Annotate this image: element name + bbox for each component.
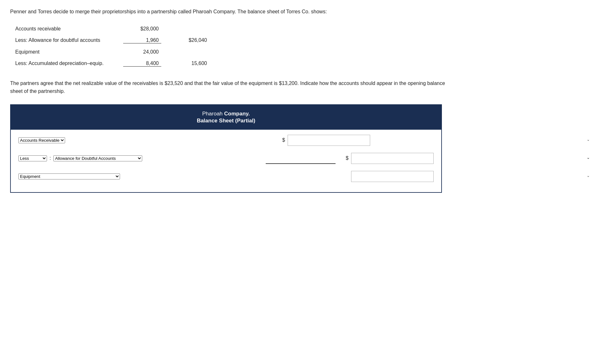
sheet-body: Accounts Receivable ⌄ $ Less ⌄ : Allowan…	[11, 130, 441, 192]
less-colon: :	[50, 155, 51, 161]
row-col2: $26,040	[169, 37, 207, 43]
row-col1: 24,000	[123, 49, 161, 55]
allowance-select[interactable]: Allowance for Doubtful Accounts	[53, 155, 142, 161]
company-name-line: Pharoah Company.	[16, 111, 436, 117]
partners-paragraph: The partners agree that the net realizab…	[10, 79, 455, 95]
row-label: Accounts receivable	[15, 26, 123, 32]
table-row: Equipment 24,000	[15, 49, 583, 55]
balance-table: Accounts receivable $28,000 Less: Allowa…	[15, 26, 583, 67]
table-row: Less: Allowance for doubtful accounts 1,…	[15, 37, 583, 43]
equipment-row: Equipment ⌄	[18, 171, 434, 182]
accounts-receivable-select-wrapper[interactable]: Accounts Receivable ⌄	[18, 137, 65, 143]
allowance-row: Less ⌄ : Allowance for Doubtful Accounts…	[18, 153, 434, 164]
balance-sheet-container: Pharoah Company. Balance Sheet (Partial)…	[10, 104, 442, 193]
equipment-chevron-icon: ⌄	[587, 173, 590, 178]
row-col1: $28,000	[123, 26, 161, 32]
intro-paragraph: Penner and Torres decide to merge their …	[10, 8, 455, 16]
company-name-normal: Pharoah	[202, 111, 223, 117]
equipment-select[interactable]: Equipment	[18, 173, 120, 179]
less-chevron-icon: ⌄	[587, 155, 590, 160]
table-row: Less: Accumulated depreciation–equip. 8,…	[15, 61, 583, 67]
accounts-receivable-select[interactable]: Accounts Receivable	[18, 137, 65, 143]
equipment-amount-input[interactable]	[351, 171, 434, 182]
sheet-header: Pharoah Company. Balance Sheet (Partial)	[11, 105, 441, 130]
accounts-receivable-chevron-icon: ⌄	[587, 137, 590, 142]
equipment-select-wrapper[interactable]: Equipment ⌄	[18, 173, 120, 179]
allowance-amount-input[interactable]	[266, 153, 336, 164]
company-name-bold: Company.	[224, 111, 250, 117]
dollar-sign-2: $	[346, 155, 349, 161]
net-receivable-input[interactable]	[351, 153, 434, 164]
table-row: Accounts receivable $28,000	[15, 26, 583, 32]
allowance-chevron-icon: ⌄	[587, 155, 590, 160]
allowance-select-wrapper[interactable]: Allowance for Doubtful Accounts ⌄	[53, 155, 142, 161]
sheet-title: Balance Sheet (Partial)	[16, 118, 436, 124]
row-label: Less: Allowance for doubtful accounts	[15, 37, 123, 43]
row-col2: 15,600	[169, 61, 207, 66]
row-col1: 8,400	[123, 61, 161, 67]
accounts-receivable-row: Accounts Receivable ⌄ $	[18, 135, 434, 146]
dollar-sign-1: $	[282, 137, 285, 143]
row-label: Less: Accumulated depreciation–equip.	[15, 61, 123, 66]
row-col1: 1,960	[123, 37, 161, 43]
accounts-receivable-amount-input[interactable]	[288, 135, 370, 146]
row-label: Equipment	[15, 49, 123, 55]
less-select-wrapper[interactable]: Less ⌄	[18, 155, 47, 161]
less-select[interactable]: Less	[18, 155, 47, 161]
